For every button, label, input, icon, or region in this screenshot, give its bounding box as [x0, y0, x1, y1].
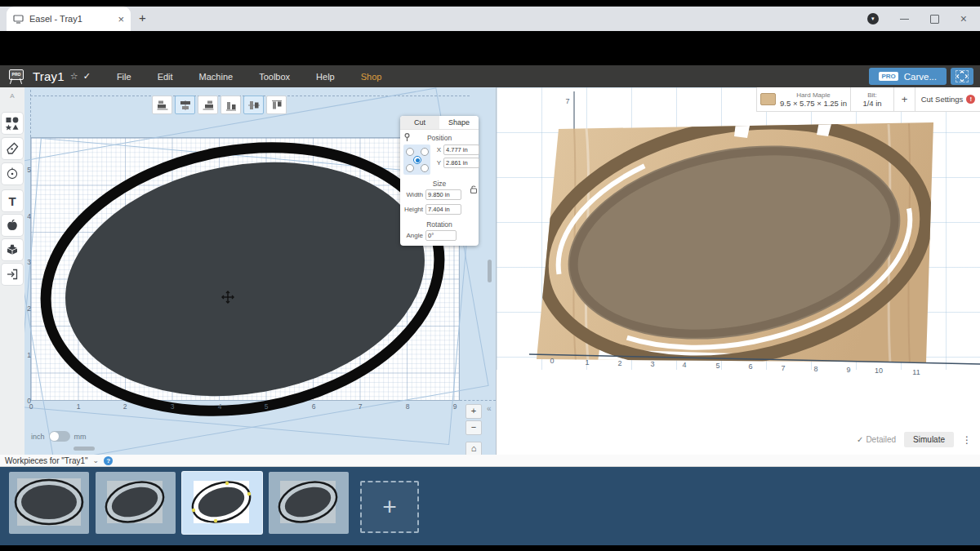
preview-panel-3d[interactable]: 7 0 1 2 3 4 5 6 7 8 9 10 11 Hard Maple 9… [496, 87, 980, 455]
workpiece-thumbnail-2[interactable] [96, 472, 176, 534]
preview-3d-scene [497, 87, 980, 455]
shapes-icon [5, 116, 20, 131]
tab-close-icon[interactable]: × [118, 13, 124, 25]
align-top-button[interactable] [266, 96, 287, 114]
easel-logo-icon[interactable]: PRO [7, 69, 25, 85]
restore-button[interactable] [930, 15, 939, 24]
tab-shape[interactable]: Shape [439, 116, 479, 129]
jog-arrows-icon [955, 69, 969, 83]
workpieces-title: Workpieces for "Tray1" [5, 456, 88, 465]
angle-field[interactable] [425, 230, 457, 241]
menu-machine[interactable]: Machine [199, 72, 234, 82]
y-label: Y [433, 159, 441, 167]
vertical-scrollbar[interactable] [488, 260, 492, 282]
ruler-tick: 3 [24, 258, 31, 266]
tool-sidebar: A T [0, 87, 24, 455]
material-tool-button[interactable] [2, 239, 23, 260]
apple-icon [6, 219, 19, 232]
text-tool-icon: T [8, 194, 16, 208]
detailed-toggle[interactable]: ✓Detailed [857, 435, 896, 444]
workpiece-thumbnail-4[interactable] [269, 472, 349, 534]
zoom-fit-button[interactable]: ⌂ [466, 442, 482, 455]
minimize-button[interactable] [900, 19, 909, 20]
anchor-bottom-right[interactable] [421, 164, 429, 172]
menu-edit[interactable]: Edit [158, 72, 173, 82]
import-tool-button[interactable] [2, 264, 23, 285]
workpiece-preview [96, 472, 176, 534]
menu-file[interactable]: File [117, 72, 131, 82]
text-tool-button[interactable]: T [2, 190, 23, 211]
chevron-down-icon[interactable]: ⌄ [93, 456, 100, 464]
add-bit-button[interactable]: + [894, 87, 915, 111]
origin-tool-button[interactable] [2, 163, 23, 184]
close-window-button[interactable]: × [960, 13, 967, 24]
align-center-h-button[interactable] [175, 96, 195, 114]
x-label: X [433, 146, 441, 153]
height-field[interactable] [425, 204, 461, 215]
browser-menu-icon[interactable]: ▾ [867, 13, 879, 24]
width-field[interactable] [425, 189, 461, 200]
ruler-tick: 6 [310, 402, 318, 411]
position-label: Position [403, 134, 475, 142]
apps-tool-button[interactable] [2, 215, 23, 236]
menu-shop[interactable]: Shop [361, 72, 382, 82]
axis-tick: 8 [810, 365, 822, 373]
ruler-tick: 8 [403, 402, 412, 411]
toggle-knob [50, 432, 59, 441]
workpiece-preview [269, 472, 349, 534]
menu-help[interactable]: Help [316, 72, 335, 82]
anchor-top-right[interactable] [421, 148, 429, 156]
pen-tool-button[interactable] [2, 138, 23, 159]
y-position-field[interactable] [443, 158, 479, 168]
anchor-point-selector[interactable] [403, 144, 430, 175]
zoom-out-button[interactable]: − [466, 420, 482, 435]
size-label: Size [403, 180, 475, 188]
unit-toggle[interactable] [49, 431, 70, 442]
material-dimensions: 9.5 × 5.75 × 1.25 in [780, 99, 847, 108]
width-label: Width [403, 191, 423, 198]
cut-settings-button[interactable]: Cut Settings ! [915, 87, 980, 111]
ruler-tick: 0 [24, 397, 31, 405]
anchor-center[interactable] [413, 156, 421, 164]
tab-cut[interactable]: Cut [400, 116, 439, 129]
design-canvas-2d[interactable]: 0 1 2 3 4 5 6 7 8 9 5 4 3 2 1 0 Cut Shap… [24, 87, 496, 455]
pro-badge: PRO [879, 72, 898, 81]
ruler-tick: 4 [24, 212, 31, 220]
workpiece-thumbnail-3-selected[interactable] [182, 472, 262, 534]
workpieces-header[interactable]: Workpieces for "Tray1" ⌄ ? [0, 455, 980, 467]
aspect-lock-icon[interactable] [470, 184, 478, 194]
menu-toolbox[interactable]: Toolbox [259, 72, 290, 82]
align-left-button[interactable] [152, 96, 172, 114]
x-position-field[interactable] [443, 144, 479, 155]
help-icon[interactable]: ? [104, 456, 113, 465]
material-swatch [760, 93, 776, 105]
zoom-in-button[interactable]: + [466, 404, 482, 419]
material-selector[interactable]: Hard Maple 9.5 × 5.75 × 1.25 in [757, 87, 851, 111]
new-tab-button[interactable]: + [139, 11, 146, 24]
favorite-star-icon[interactable]: ☆ [70, 71, 78, 82]
project-title[interactable]: Tray1 [33, 69, 65, 83]
browser-tab[interactable]: Easel - Tray1 × [7, 7, 131, 31]
shapes-tool-button[interactable] [2, 113, 23, 134]
axis-tick: 6 [745, 362, 756, 371]
carve-button[interactable]: PRO Carve... [869, 68, 947, 85]
bit-selector[interactable]: Bit: 1/4 in [851, 87, 894, 111]
pin-icon[interactable] [403, 133, 411, 142]
anchor-bottom-left[interactable] [406, 164, 414, 172]
simulate-button[interactable]: Simulate [904, 432, 954, 447]
collapse-panel-arrow[interactable]: « [487, 404, 492, 413]
jog-machine-button[interactable] [951, 68, 973, 85]
add-workpiece-button[interactable]: + [360, 481, 419, 533]
anchor-top-left[interactable] [406, 148, 414, 156]
bit-value: 1/4 in [862, 99, 881, 108]
axis-tick: 11 [911, 368, 922, 376]
axis-tick: 4 [679, 361, 690, 369]
workpiece-thumbnail-1[interactable] [9, 472, 89, 534]
horizontal-scrollbar[interactable] [74, 447, 95, 451]
more-options-icon[interactable]: ⋮ [962, 434, 972, 446]
easel-menubar: PRO Tray1 ☆ ✓ File Edit Machine Toolbox … [0, 65, 980, 87]
alignment-toolbar [152, 96, 287, 114]
align-right-button[interactable] [198, 96, 218, 114]
align-bottom-button[interactable] [220, 96, 241, 114]
align-center-v-button[interactable] [243, 96, 264, 114]
